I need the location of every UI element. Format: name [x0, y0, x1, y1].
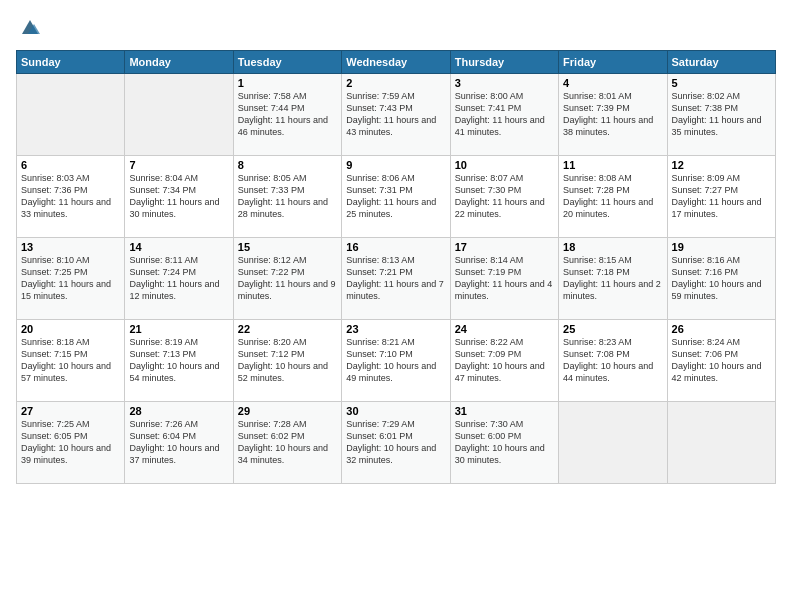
day-number: 25: [563, 323, 662, 335]
day-info: Sunrise: 8:21 AM Sunset: 7:10 PM Dayligh…: [346, 336, 445, 385]
day-cell: 8Sunrise: 8:05 AM Sunset: 7:33 PM Daylig…: [233, 156, 341, 238]
day-cell: [559, 402, 667, 484]
day-number: 27: [21, 405, 120, 417]
header-cell-tuesday: Tuesday: [233, 51, 341, 74]
day-cell: 22Sunrise: 8:20 AM Sunset: 7:12 PM Dayli…: [233, 320, 341, 402]
day-number: 9: [346, 159, 445, 171]
day-number: 12: [672, 159, 771, 171]
day-info: Sunrise: 8:12 AM Sunset: 7:22 PM Dayligh…: [238, 254, 337, 303]
day-number: 11: [563, 159, 662, 171]
day-number: 3: [455, 77, 554, 89]
day-cell: 1Sunrise: 7:58 AM Sunset: 7:44 PM Daylig…: [233, 74, 341, 156]
day-number: 31: [455, 405, 554, 417]
day-cell: 5Sunrise: 8:02 AM Sunset: 7:38 PM Daylig…: [667, 74, 775, 156]
day-cell: 23Sunrise: 8:21 AM Sunset: 7:10 PM Dayli…: [342, 320, 450, 402]
day-info: Sunrise: 8:06 AM Sunset: 7:31 PM Dayligh…: [346, 172, 445, 221]
header-cell-wednesday: Wednesday: [342, 51, 450, 74]
calendar-header: SundayMondayTuesdayWednesdayThursdayFrid…: [17, 51, 776, 74]
day-info: Sunrise: 8:05 AM Sunset: 7:33 PM Dayligh…: [238, 172, 337, 221]
day-info: Sunrise: 7:29 AM Sunset: 6:01 PM Dayligh…: [346, 418, 445, 467]
day-number: 28: [129, 405, 228, 417]
day-cell: 19Sunrise: 8:16 AM Sunset: 7:16 PM Dayli…: [667, 238, 775, 320]
day-info: Sunrise: 8:07 AM Sunset: 7:30 PM Dayligh…: [455, 172, 554, 221]
day-cell: 12Sunrise: 8:09 AM Sunset: 7:27 PM Dayli…: [667, 156, 775, 238]
day-info: Sunrise: 8:22 AM Sunset: 7:09 PM Dayligh…: [455, 336, 554, 385]
day-cell: 7Sunrise: 8:04 AM Sunset: 7:34 PM Daylig…: [125, 156, 233, 238]
day-number: 18: [563, 241, 662, 253]
day-info: Sunrise: 8:04 AM Sunset: 7:34 PM Dayligh…: [129, 172, 228, 221]
day-info: Sunrise: 8:11 AM Sunset: 7:24 PM Dayligh…: [129, 254, 228, 303]
day-number: 22: [238, 323, 337, 335]
day-info: Sunrise: 8:01 AM Sunset: 7:39 PM Dayligh…: [563, 90, 662, 139]
day-number: 8: [238, 159, 337, 171]
day-cell: 27Sunrise: 7:25 AM Sunset: 6:05 PM Dayli…: [17, 402, 125, 484]
day-cell: 28Sunrise: 7:26 AM Sunset: 6:04 PM Dayli…: [125, 402, 233, 484]
day-cell: 3Sunrise: 8:00 AM Sunset: 7:41 PM Daylig…: [450, 74, 558, 156]
day-info: Sunrise: 7:59 AM Sunset: 7:43 PM Dayligh…: [346, 90, 445, 139]
day-cell: 6Sunrise: 8:03 AM Sunset: 7:36 PM Daylig…: [17, 156, 125, 238]
day-cell: 15Sunrise: 8:12 AM Sunset: 7:22 PM Dayli…: [233, 238, 341, 320]
day-cell: [17, 74, 125, 156]
day-number: 5: [672, 77, 771, 89]
header-cell-friday: Friday: [559, 51, 667, 74]
day-info: Sunrise: 7:28 AM Sunset: 6:02 PM Dayligh…: [238, 418, 337, 467]
day-info: Sunrise: 8:20 AM Sunset: 7:12 PM Dayligh…: [238, 336, 337, 385]
day-number: 10: [455, 159, 554, 171]
day-cell: [125, 74, 233, 156]
day-info: Sunrise: 8:02 AM Sunset: 7:38 PM Dayligh…: [672, 90, 771, 139]
header-cell-monday: Monday: [125, 51, 233, 74]
day-cell: 25Sunrise: 8:23 AM Sunset: 7:08 PM Dayli…: [559, 320, 667, 402]
day-number: 16: [346, 241, 445, 253]
day-number: 7: [129, 159, 228, 171]
day-info: Sunrise: 8:03 AM Sunset: 7:36 PM Dayligh…: [21, 172, 120, 221]
day-info: Sunrise: 8:18 AM Sunset: 7:15 PM Dayligh…: [21, 336, 120, 385]
day-info: Sunrise: 8:23 AM Sunset: 7:08 PM Dayligh…: [563, 336, 662, 385]
day-cell: [667, 402, 775, 484]
day-cell: 18Sunrise: 8:15 AM Sunset: 7:18 PM Dayli…: [559, 238, 667, 320]
day-info: Sunrise: 8:10 AM Sunset: 7:25 PM Dayligh…: [21, 254, 120, 303]
day-cell: 26Sunrise: 8:24 AM Sunset: 7:06 PM Dayli…: [667, 320, 775, 402]
day-cell: 14Sunrise: 8:11 AM Sunset: 7:24 PM Dayli…: [125, 238, 233, 320]
day-number: 4: [563, 77, 662, 89]
day-info: Sunrise: 8:19 AM Sunset: 7:13 PM Dayligh…: [129, 336, 228, 385]
day-info: Sunrise: 8:08 AM Sunset: 7:28 PM Dayligh…: [563, 172, 662, 221]
day-info: Sunrise: 8:14 AM Sunset: 7:19 PM Dayligh…: [455, 254, 554, 303]
day-cell: 10Sunrise: 8:07 AM Sunset: 7:30 PM Dayli…: [450, 156, 558, 238]
header-cell-thursday: Thursday: [450, 51, 558, 74]
day-cell: 24Sunrise: 8:22 AM Sunset: 7:09 PM Dayli…: [450, 320, 558, 402]
day-info: Sunrise: 8:09 AM Sunset: 7:27 PM Dayligh…: [672, 172, 771, 221]
header-cell-saturday: Saturday: [667, 51, 775, 74]
week-row-3: 13Sunrise: 8:10 AM Sunset: 7:25 PM Dayli…: [17, 238, 776, 320]
day-number: 6: [21, 159, 120, 171]
day-info: Sunrise: 8:00 AM Sunset: 7:41 PM Dayligh…: [455, 90, 554, 139]
day-cell: 13Sunrise: 8:10 AM Sunset: 7:25 PM Dayli…: [17, 238, 125, 320]
day-number: 14: [129, 241, 228, 253]
week-row-2: 6Sunrise: 8:03 AM Sunset: 7:36 PM Daylig…: [17, 156, 776, 238]
day-number: 13: [21, 241, 120, 253]
day-cell: 16Sunrise: 8:13 AM Sunset: 7:21 PM Dayli…: [342, 238, 450, 320]
day-number: 17: [455, 241, 554, 253]
day-number: 2: [346, 77, 445, 89]
day-cell: 29Sunrise: 7:28 AM Sunset: 6:02 PM Dayli…: [233, 402, 341, 484]
day-info: Sunrise: 7:30 AM Sunset: 6:00 PM Dayligh…: [455, 418, 554, 467]
page-header: [16, 16, 776, 40]
day-cell: 11Sunrise: 8:08 AM Sunset: 7:28 PM Dayli…: [559, 156, 667, 238]
calendar-body: 1Sunrise: 7:58 AM Sunset: 7:44 PM Daylig…: [17, 74, 776, 484]
day-info: Sunrise: 7:26 AM Sunset: 6:04 PM Dayligh…: [129, 418, 228, 467]
day-number: 24: [455, 323, 554, 335]
day-number: 30: [346, 405, 445, 417]
day-info: Sunrise: 7:25 AM Sunset: 6:05 PM Dayligh…: [21, 418, 120, 467]
day-cell: 21Sunrise: 8:19 AM Sunset: 7:13 PM Dayli…: [125, 320, 233, 402]
day-info: Sunrise: 8:16 AM Sunset: 7:16 PM Dayligh…: [672, 254, 771, 303]
day-info: Sunrise: 8:13 AM Sunset: 7:21 PM Dayligh…: [346, 254, 445, 303]
day-info: Sunrise: 8:15 AM Sunset: 7:18 PM Dayligh…: [563, 254, 662, 303]
day-number: 21: [129, 323, 228, 335]
day-cell: 30Sunrise: 7:29 AM Sunset: 6:01 PM Dayli…: [342, 402, 450, 484]
day-number: 15: [238, 241, 337, 253]
logo: [16, 16, 42, 40]
day-number: 23: [346, 323, 445, 335]
day-number: 1: [238, 77, 337, 89]
day-cell: 2Sunrise: 7:59 AM Sunset: 7:43 PM Daylig…: [342, 74, 450, 156]
day-number: 26: [672, 323, 771, 335]
day-number: 29: [238, 405, 337, 417]
